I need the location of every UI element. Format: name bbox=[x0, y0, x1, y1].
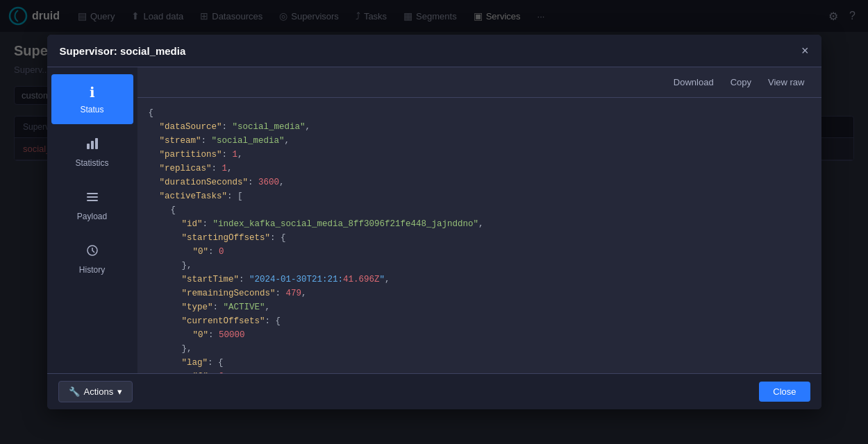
actions-button[interactable]: 🔧 Actions ▾ bbox=[58, 381, 133, 402]
modal-close-button[interactable]: × bbox=[801, 44, 809, 57]
svg-rect-1 bbox=[87, 144, 90, 149]
tab-statistics[interactable]: Statistics bbox=[51, 127, 133, 178]
modal-header: Supervisor: social_media × bbox=[47, 35, 821, 67]
modal-overlay: Supervisor: social_media × ℹ Status bbox=[0, 0, 868, 444]
modal-sidebar: ℹ Status Statistics bbox=[47, 67, 137, 373]
tab-history[interactable]: History bbox=[51, 234, 133, 284]
json-viewer[interactable]: { "dataSource": "social_media", "stream"… bbox=[137, 98, 821, 373]
view-raw-button[interactable]: View raw bbox=[762, 74, 810, 90]
modal-footer: 🔧 Actions ▾ Close bbox=[47, 373, 821, 409]
close-button[interactable]: Close bbox=[759, 382, 810, 402]
tab-payload[interactable]: Payload bbox=[51, 180, 133, 231]
svg-rect-3 bbox=[95, 138, 98, 149]
svg-rect-5 bbox=[87, 196, 98, 198]
tab-history-label: History bbox=[79, 265, 105, 275]
svg-rect-4 bbox=[87, 193, 98, 194]
actions-label: Actions bbox=[84, 386, 114, 397]
tab-payload-label: Payload bbox=[77, 212, 107, 221]
modal-body: ℹ Status Statistics bbox=[47, 67, 821, 373]
wrench-icon: 🔧 bbox=[69, 386, 80, 397]
svg-rect-2 bbox=[91, 141, 94, 149]
supervisor-modal: Supervisor: social_media × ℹ Status bbox=[47, 35, 821, 409]
copy-button[interactable]: Copy bbox=[725, 74, 757, 90]
history-tab-icon bbox=[85, 244, 99, 261]
download-button[interactable]: Download bbox=[668, 74, 719, 90]
modal-title: Supervisor: social_media bbox=[60, 45, 186, 57]
modal-content: Download Copy View raw { "dataSource": "… bbox=[137, 67, 821, 373]
svg-rect-6 bbox=[87, 200, 98, 201]
actions-chevron-icon: ▾ bbox=[117, 386, 122, 397]
tab-status[interactable]: ℹ Status bbox=[51, 74, 133, 124]
status-tab-icon: ℹ bbox=[90, 84, 95, 101]
payload-tab-icon bbox=[85, 190, 99, 207]
content-toolbar: Download Copy View raw bbox=[137, 67, 821, 98]
statistics-tab-icon bbox=[85, 137, 99, 154]
tab-statistics-label: Statistics bbox=[75, 158, 108, 168]
tab-status-label: Status bbox=[80, 105, 103, 114]
